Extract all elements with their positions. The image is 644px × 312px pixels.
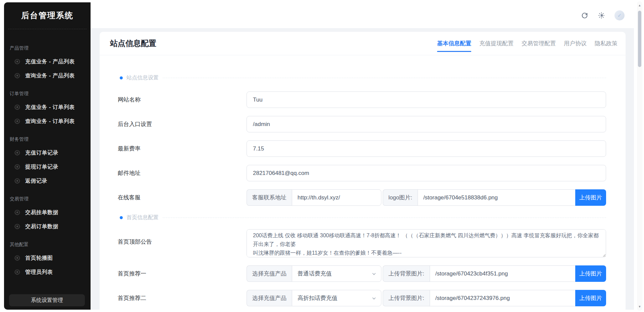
bg-path-group: 上传背景图片: 上传图片: [383, 265, 606, 282]
app-title: 后台管理系统: [4, 2, 91, 21]
scrollbar-thumb[interactable]: [638, 11, 641, 67]
disc-icon: [14, 73, 20, 79]
tab-user-agreement[interactable]: 用户协议: [564, 40, 587, 48]
product-select-group: 选择充值产品 普通话费充值: [247, 265, 381, 282]
disc-icon: [14, 164, 20, 170]
scroll-up-arrow[interactable]: ▲: [637, 4, 642, 7]
disc-icon: [14, 224, 20, 230]
sidebar-item-admin-list[interactable]: 管理员列表: [4, 265, 91, 279]
nav-section-header: 产品管理: [4, 45, 91, 51]
section-site-info: 站点信息设置: [118, 74, 606, 81]
section-home-info: 首页信息配置: [118, 214, 606, 221]
sidebar: 后台管理系统 产品管理 充值业务 - 产品列表 查询业务 - 产品列表 订单管理…: [4, 2, 91, 310]
tab-trade-manage[interactable]: 交易管理配置: [522, 40, 556, 48]
section-dot-icon: [120, 216, 123, 219]
recommend-two-product-select[interactable]: 高折扣话费充值: [292, 290, 381, 306]
service-url-input[interactable]: [292, 189, 381, 206]
service-url-addon: 客服联系地址: [247, 189, 292, 206]
logo-path-input[interactable]: [418, 189, 575, 206]
bg-addon: 上传背景图片:: [383, 265, 430, 282]
dashed-line: [163, 78, 606, 78]
disc-icon: [14, 255, 20, 261]
field-label: 首页推荐二: [118, 294, 247, 302]
admin-entry-input[interactable]: [247, 116, 606, 132]
sidebar-item-trade-orders[interactable]: 交易订单数据: [4, 220, 91, 234]
user-avatar[interactable]: ✓: [614, 10, 625, 20]
avatar-check-icon: ✓: [614, 10, 625, 20]
email-input[interactable]: [247, 165, 606, 181]
website-name-input[interactable]: [247, 91, 606, 108]
nav-section-finance: 财务管理 充值订单记录 提现订单记录 返佣记录: [4, 136, 91, 188]
sidebar-nav: 产品管理 充值业务 - 产品列表 查询业务 - 产品列表 订单管理 充值业务 -…: [4, 29, 91, 279]
recommend-two-controls: 选择充值产品 高折扣话费充值 上传背景图片: 上传图片: [247, 290, 606, 306]
disc-icon: [14, 59, 20, 65]
sidebar-item-withdraw-records[interactable]: 提现订单记录: [4, 160, 91, 174]
dashed-line: [163, 217, 606, 218]
form-row-home-notice: 首页顶部公告 200话费上线 仅收 移动联通 300移动联通高速！7-8折都高速…: [118, 229, 606, 257]
nav-section-header: 其他配置: [4, 241, 91, 248]
logo-path-group: logo图片: 上传图片: [383, 189, 606, 206]
recommend-one-bg-input[interactable]: [430, 265, 575, 282]
form-row-online-service: 在线客服 客服联系地址 logo图片: 上传图片: [118, 189, 606, 206]
disc-icon: [14, 269, 20, 275]
sidebar-item-trade-pending[interactable]: 交易挂单数据: [4, 205, 91, 220]
nav-section-header: 财务管理: [4, 136, 91, 142]
card-header: 站点信息配置 基本信息配置 充值提现配置 交易管理配置 用户协议 隐私政策: [100, 32, 626, 55]
tab-basic-info[interactable]: 基本信息配置: [437, 40, 471, 48]
service-url-group: 客服联系地址: [247, 189, 381, 206]
tabs: 基本信息配置 充值提现配置 交易管理配置 用户协议 隐私政策: [437, 40, 618, 48]
form-row-latest-rate: 最新费率: [118, 140, 606, 157]
sidebar-item-recharge-orders[interactable]: 充值业务 - 订单列表: [4, 100, 91, 114]
config-form: 站点信息设置 网站名称 后台入口设置 最新费率 邮件地址: [100, 55, 626, 306]
product-select-addon: 选择充值产品: [247, 265, 292, 282]
form-row-email: 邮件地址: [118, 165, 606, 181]
chevron-down-icon: [372, 296, 376, 301]
sidebar-item-rebate-records[interactable]: 返佣记录: [4, 174, 91, 188]
main-area: ✓ 站点信息配置 基本信息配置 充值提现配置 交易管理配置 用户协议 隐私政策 …: [91, 2, 634, 310]
nav-section-trade: 交易管理 交易挂单数据 交易订单数据: [4, 195, 91, 234]
form-row-website-name: 网站名称: [118, 91, 606, 108]
page-title: 站点信息配置: [110, 38, 156, 49]
form-row-recommend-one: 首页推荐一 选择充值产品 普通话费充值 上传背景图片: 上传: [118, 265, 606, 282]
theme-toggle-icon[interactable]: [598, 12, 605, 19]
sidebar-item-query-orders[interactable]: 查询业务 - 订单列表: [4, 114, 91, 128]
sidebar-item-recharge-products[interactable]: 充值业务 - 产品列表: [4, 55, 91, 69]
upload-bg-two-button[interactable]: 上传图片: [575, 290, 606, 306]
scroll-down-arrow[interactable]: ▼: [637, 305, 642, 308]
nav-section-header: 交易管理: [4, 195, 91, 202]
section-dot-icon: [120, 76, 123, 79]
disc-icon: [14, 150, 20, 156]
recommend-one-controls: 选择充值产品 普通话费充值 上传背景图片: 上传图片: [247, 265, 606, 282]
tab-recharge-withdraw[interactable]: 充值提现配置: [479, 40, 514, 48]
recommend-two-bg-input[interactable]: [430, 290, 575, 306]
latest-rate-input[interactable]: [247, 140, 606, 157]
nav-section-header: 订单管理: [4, 90, 91, 97]
form-row-admin-entry: 后台入口设置: [118, 116, 606, 132]
logo-addon: logo图片:: [383, 189, 418, 206]
disc-icon: [14, 178, 20, 184]
site-config-card: 站点信息配置 基本信息配置 充值提现配置 交易管理配置 用户协议 隐私政策 站点…: [100, 32, 626, 310]
disc-icon: [14, 210, 20, 215]
sidebar-item-recharge-records[interactable]: 充值订单记录: [4, 146, 91, 160]
home-notice-textarea[interactable]: 200话费上线 仅收 移动联通 300移动联通高速！7-8折都高速！ （（（石家…: [247, 229, 606, 257]
recommend-one-product-select[interactable]: 普通话费充值: [292, 265, 381, 282]
topbar: ✓: [91, 2, 634, 28]
refresh-icon[interactable]: [581, 12, 588, 19]
upload-bg-one-button[interactable]: 上传图片: [575, 265, 606, 282]
field-label: 邮件地址: [118, 169, 247, 177]
field-label: 首页推荐一: [118, 270, 247, 277]
system-settings-button[interactable]: 系统设置管理: [9, 294, 85, 306]
chevron-down-icon: [372, 271, 376, 276]
sidebar-item-home-banner[interactable]: 首页轮播图: [4, 251, 91, 265]
disc-icon: [14, 105, 20, 110]
page-scrollbar: ▲ ▼: [637, 1, 642, 311]
field-label: 最新费率: [118, 145, 247, 152]
tab-privacy-policy[interactable]: 隐私政策: [595, 40, 618, 48]
bg-addon: 上传背景图片:: [383, 290, 430, 306]
field-label: 在线客服: [118, 194, 247, 201]
nav-section-orders: 订单管理 充值业务 - 订单列表 查询业务 - 订单列表: [4, 90, 91, 128]
field-label: 首页顶部公告: [118, 229, 247, 246]
nav-section-products: 产品管理 充值业务 - 产品列表 查询业务 - 产品列表: [4, 45, 91, 83]
sidebar-item-query-products[interactable]: 查询业务 - 产品列表: [4, 69, 91, 83]
upload-logo-button[interactable]: 上传图片: [575, 189, 606, 206]
